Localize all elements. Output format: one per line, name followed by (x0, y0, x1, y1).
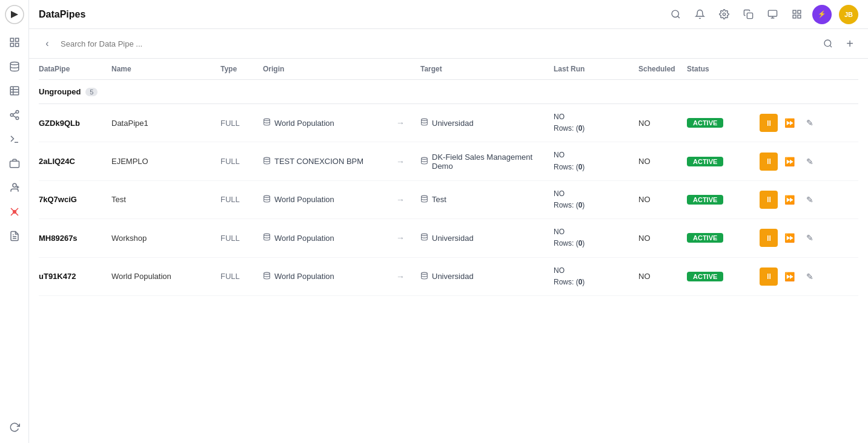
sidebar-item-grid[interactable] (4, 31, 25, 53)
svg-rect-16 (10, 161, 19, 168)
last-run: NO Rows: (0) (554, 188, 638, 211)
datapipe-name: Workshop (111, 234, 220, 243)
svg-point-46 (264, 272, 270, 274)
svg-rect-29 (768, 10, 777, 16)
db-icon (263, 118, 271, 128)
svg-line-14 (13, 113, 16, 114)
svg-point-47 (422, 272, 428, 274)
svg-rect-4 (15, 44, 18, 47)
origin-label: World Population (274, 119, 334, 128)
pause-button[interactable]: ⏸ (760, 191, 778, 209)
svg-point-27 (723, 13, 725, 15)
edit-button[interactable]: ✎ (801, 191, 819, 209)
svg-rect-34 (797, 15, 800, 18)
settings-icon[interactable] (715, 6, 732, 23)
col-status: Status (687, 65, 760, 73)
svg-point-10 (16, 111, 19, 114)
origin-label: TEST CONEXCION BPM (274, 157, 363, 166)
sidebar-item-share[interactable] (4, 104, 25, 126)
pause-button[interactable]: ⏸ (760, 229, 778, 247)
clone-icon[interactable] (740, 6, 757, 23)
svg-rect-2 (15, 38, 18, 41)
table-row: uT91K472 World Population FULL World Pop… (39, 258, 858, 296)
main-content: DataPipes (29, 0, 868, 443)
monitor-icon[interactable] (764, 6, 781, 23)
sidebar-item-table[interactable] (4, 80, 25, 102)
row-actions: ⏸ ⏩ ✎ (760, 153, 820, 171)
pause-button[interactable]: ⏸ (760, 267, 778, 286)
datapipe-type: FULL (220, 234, 263, 243)
nav-back-button[interactable]: ‹ (39, 35, 56, 52)
sidebar-item-briefcase[interactable] (4, 153, 25, 174)
datapipe-name: EJEMPLO (111, 157, 220, 166)
table-row: MH89267s Workshop FULL World Population … (39, 219, 858, 257)
datapipe-name: Test (111, 195, 220, 204)
target-label: DK-Field Sales Management Demo (432, 153, 554, 171)
sidebar-item-database[interactable] (4, 56, 25, 77)
datapipes-table: DataPipe Name Type Origin Target Last Ru… (29, 59, 868, 443)
arrow-icon: → (396, 118, 420, 128)
svg-point-40 (264, 157, 270, 159)
datapipe-target: Universidad (420, 233, 554, 243)
datapipe-name: World Population (111, 272, 220, 281)
datapipe-type: FULL (220, 119, 263, 128)
bell-icon[interactable] (691, 6, 708, 23)
sidebar-item-user[interactable] (4, 177, 25, 199)
status-badge: ACTIVE (687, 233, 760, 243)
sidebar (0, 0, 29, 443)
last-run: NO Rows: (0) (554, 111, 638, 134)
scheduled: NO (638, 157, 687, 166)
sidebar-item-docs[interactable] (4, 225, 25, 247)
pause-button[interactable]: ⏸ (760, 114, 778, 132)
app-logo[interactable] (5, 5, 24, 24)
run-button[interactable]: ⏩ (780, 267, 798, 286)
search-submit-button[interactable] (820, 35, 837, 52)
sidebar-item-tools[interactable] (4, 201, 25, 223)
scheduled: NO (638, 234, 687, 243)
origin-label: World Population (274, 234, 334, 243)
target-label: Test (432, 195, 446, 204)
col-type: Type (220, 65, 263, 73)
db-icon (420, 195, 428, 205)
db-icon (263, 157, 271, 166)
avatar-purple[interactable]: ⚡ (812, 5, 832, 24)
target-label: Universidad (432, 234, 474, 243)
datapipe-origin: World Population (263, 233, 396, 243)
edit-button[interactable]: ✎ (801, 153, 819, 171)
datapipe-origin: World Population (263, 195, 396, 205)
edit-button[interactable]: ✎ (801, 114, 819, 132)
db-icon (420, 272, 428, 281)
pause-button[interactable]: ⏸ (760, 153, 778, 171)
search-icon[interactable] (667, 6, 684, 23)
table-row: 7kQ7wciG Test FULL World Population → (39, 181, 858, 219)
run-button[interactable]: ⏩ (780, 114, 798, 132)
edit-button[interactable]: ✎ (801, 267, 819, 286)
datapipe-id: 7kQ7wciG (39, 195, 111, 204)
status-badge: ACTIVE (687, 195, 760, 205)
svg-point-12 (16, 117, 19, 120)
svg-point-11 (10, 114, 13, 117)
avatar-user[interactable]: JB (839, 5, 858, 24)
search-input[interactable] (61, 39, 815, 48)
run-button[interactable]: ⏩ (780, 191, 798, 209)
group-count: 5 (85, 88, 98, 96)
datapipe-id: GZDk9QLb (39, 119, 111, 128)
sidebar-item-refresh[interactable] (4, 416, 25, 438)
run-button[interactable]: ⏩ (780, 153, 798, 171)
datapipe-type: FULL (220, 195, 263, 204)
db-icon (263, 272, 271, 281)
run-button[interactable]: ⏩ (780, 229, 798, 247)
svg-line-37 (830, 45, 832, 47)
add-datapipe-button[interactable]: + (841, 35, 858, 52)
scheduled: NO (638, 119, 687, 128)
edit-button[interactable]: ✎ (801, 229, 819, 247)
col-target: Target (420, 65, 554, 73)
topbar: DataPipes (29, 0, 868, 29)
last-run: NO Rows: (0) (554, 226, 638, 249)
col-lastrun: Last Run (554, 65, 638, 73)
db-icon (263, 233, 271, 243)
grid-icon[interactable] (788, 6, 805, 23)
col-datapipe: DataPipe (39, 65, 111, 73)
sidebar-item-terminal[interactable] (4, 128, 25, 150)
target-label: Universidad (432, 119, 474, 128)
